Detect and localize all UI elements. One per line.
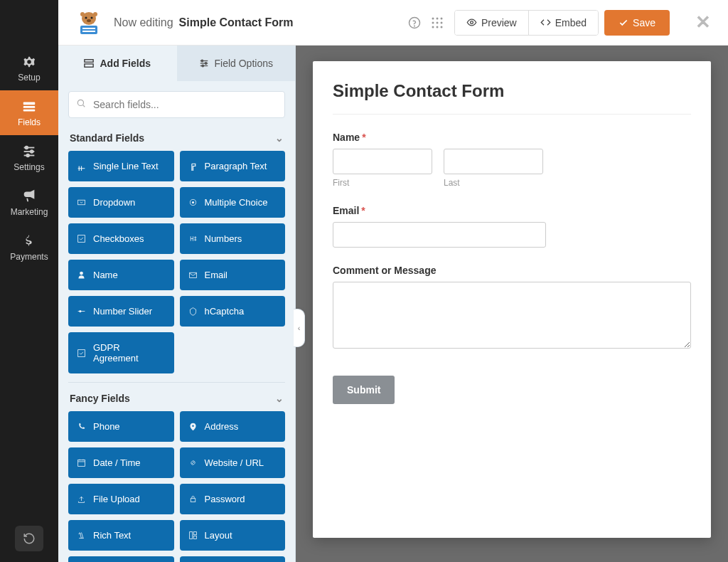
field-type-number-slider[interactable]: Number Slider bbox=[68, 296, 174, 327]
field-type-rich-text[interactable]: Rich Text bbox=[68, 520, 174, 551]
svg-point-20 bbox=[432, 17, 434, 19]
website-url-icon bbox=[188, 458, 198, 467]
field-type-paragraph-text[interactable]: Paragraph Text bbox=[180, 151, 286, 181]
field-type-hcaptcha[interactable]: hCaptcha bbox=[180, 296, 286, 327]
svg-point-10 bbox=[85, 16, 87, 18]
rich-text-icon bbox=[77, 531, 86, 540]
svg-rect-16 bbox=[82, 28, 95, 29]
preview-button[interactable]: Preview bbox=[455, 11, 529, 35]
svg-point-21 bbox=[436, 17, 438, 19]
section-fancy-fields[interactable]: Fancy Fields ⌄ bbox=[68, 382, 285, 411]
form-field-comment[interactable]: Comment or Message bbox=[333, 265, 691, 351]
field-type-file-upload[interactable]: File Upload bbox=[68, 484, 174, 514]
comment-label: Comment or Message bbox=[333, 265, 691, 276]
email-label: Email* bbox=[333, 205, 691, 216]
numbers-icon bbox=[188, 234, 198, 243]
svg-point-36 bbox=[205, 63, 207, 65]
nav-payments[interactable]: Payments bbox=[0, 225, 58, 270]
last-name-input[interactable] bbox=[444, 149, 543, 174]
svg-point-13 bbox=[80, 12, 85, 16]
field-type-website-url[interactable]: Website / URL bbox=[180, 447, 286, 478]
svg-point-29 bbox=[471, 21, 473, 24]
svg-rect-15 bbox=[80, 26, 97, 34]
name-icon bbox=[77, 270, 86, 280]
svg-rect-2 bbox=[23, 109, 36, 111]
svg-point-6 bbox=[26, 146, 28, 149]
svg-rect-56 bbox=[193, 532, 196, 535]
form-field-name[interactable]: Name* First Last bbox=[333, 132, 691, 188]
history-button[interactable] bbox=[15, 526, 43, 551]
field-type-page-break[interactable]: Page Break bbox=[68, 556, 174, 562]
svg-point-11 bbox=[91, 16, 93, 18]
field-type-date-time[interactable]: Date / Time bbox=[68, 447, 174, 478]
field-type-numbers[interactable]: Numbers bbox=[180, 223, 286, 254]
topbar: Now editing Simple Contact Form Preview … bbox=[58, 0, 728, 46]
form-field-email[interactable]: Email* bbox=[333, 205, 691, 248]
field-type-address[interactable]: Address bbox=[180, 411, 286, 442]
svg-rect-17 bbox=[82, 31, 95, 32]
single-line-text-icon bbox=[77, 161, 86, 171]
tab-add-fields[interactable]: Add Fields bbox=[58, 46, 177, 81]
app-logo bbox=[70, 9, 108, 37]
name-label: Name* bbox=[333, 132, 691, 143]
fields-panel: Add Fields Field Options Standard Fields bbox=[58, 46, 296, 562]
svg-point-38 bbox=[77, 100, 83, 105]
embed-button[interactable]: Embed bbox=[529, 11, 598, 35]
svg-point-49 bbox=[192, 425, 193, 426]
nav-marketing[interactable]: Marketing bbox=[0, 180, 58, 225]
svg-rect-54 bbox=[191, 499, 196, 502]
field-type-layout[interactable]: Layout bbox=[180, 520, 286, 551]
apps-grid-icon[interactable] bbox=[430, 16, 444, 30]
form-icon bbox=[21, 99, 37, 115]
eye-icon bbox=[466, 17, 477, 28]
save-button[interactable]: Save bbox=[604, 10, 670, 36]
gear-icon bbox=[21, 54, 37, 70]
dropdown-icon bbox=[77, 198, 86, 207]
field-type-phone[interactable]: Phone bbox=[68, 411, 174, 442]
field-type-password[interactable]: Password bbox=[180, 484, 286, 514]
svg-point-26 bbox=[432, 26, 434, 28]
help-icon[interactable] bbox=[407, 16, 422, 30]
bullhorn-icon bbox=[21, 189, 37, 204]
number-slider-icon bbox=[77, 307, 86, 316]
layout-icon bbox=[188, 531, 198, 540]
history-icon bbox=[23, 532, 36, 545]
svg-rect-0 bbox=[23, 102, 36, 105]
hcaptcha-icon bbox=[188, 307, 198, 316]
first-name-input[interactable] bbox=[333, 149, 432, 174]
form-card[interactable]: Simple Contact Form Name* First Last bbox=[313, 61, 711, 538]
nav-settings[interactable]: Settings bbox=[0, 135, 58, 180]
svg-rect-50 bbox=[78, 460, 85, 466]
email-input[interactable] bbox=[333, 222, 546, 248]
paragraph-text-icon bbox=[188, 161, 198, 171]
field-type-name[interactable]: Name bbox=[68, 260, 174, 290]
field-type-section-divider[interactable]: Section Divider bbox=[180, 556, 286, 562]
chevron-down-icon: ⌄ bbox=[275, 132, 284, 144]
svg-point-25 bbox=[440, 21, 442, 23]
form-title: Simple Contact Form bbox=[333, 81, 691, 115]
field-type-checkboxes[interactable]: Checkboxes bbox=[68, 223, 174, 254]
field-type-dropdown[interactable]: Dropdown bbox=[68, 187, 174, 218]
close-button[interactable]: ✕ bbox=[690, 11, 717, 33]
submit-button[interactable]: Submit bbox=[333, 376, 395, 404]
nav-fields[interactable]: Fields bbox=[0, 90, 58, 135]
file-upload-icon bbox=[77, 494, 86, 504]
tab-field-options[interactable]: Field Options bbox=[177, 46, 296, 81]
email-icon bbox=[188, 270, 198, 280]
code-icon bbox=[540, 17, 551, 28]
field-type-multiple-choice[interactable]: Multiple Choice bbox=[180, 187, 286, 218]
svg-point-42 bbox=[191, 201, 193, 203]
svg-point-8 bbox=[26, 154, 29, 157]
comment-textarea[interactable] bbox=[333, 282, 691, 349]
section-standard-fields[interactable]: Standard Fields ⌄ bbox=[68, 128, 285, 151]
panel-collapse-handle[interactable]: ‹ bbox=[294, 309, 305, 347]
layout-icon bbox=[84, 58, 94, 68]
svg-point-44 bbox=[80, 272, 83, 275]
form-name-title[interactable]: Simple Contact Form bbox=[179, 16, 294, 29]
field-type-email[interactable]: Email bbox=[180, 260, 286, 290]
nav-setup[interactable]: Setup bbox=[0, 46, 58, 90]
field-type-single-line-text[interactable]: Single Line Text bbox=[68, 151, 174, 181]
field-type-gdpr-agreement[interactable]: GDPR Agreement bbox=[68, 332, 174, 373]
search-fields-input[interactable] bbox=[68, 91, 285, 118]
phone-icon bbox=[77, 422, 86, 431]
